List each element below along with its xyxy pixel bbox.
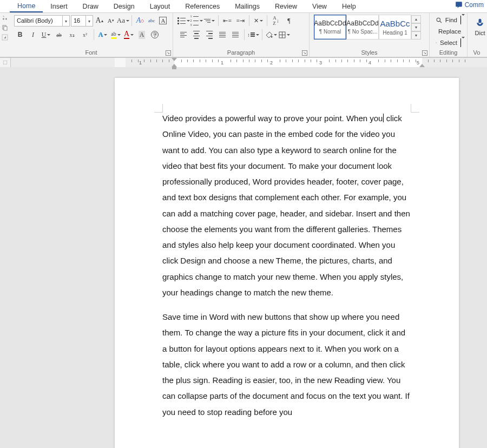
char-shading-button[interactable]: A [136,29,148,41]
style-normal[interactable]: AaBbCcDd ¶ Normal [314,15,346,39]
numbering-icon: 123 [190,15,199,27]
ruler [0,57,487,67]
tab-home[interactable]: Home [10,1,43,12]
find-button[interactable]: Find [434,15,463,25]
ribbon: Calibri (Body) ▾ 16 ▾ A▴ A▾ Aa A◇ abc A [0,13,487,57]
justify-button[interactable] [216,29,228,41]
microphone-icon[interactable] [475,17,485,30]
shrink-font-button[interactable]: A▾ [106,15,116,27]
font-dialog-launcher[interactable]: ↘ [166,50,171,56]
subscript-button[interactable]: x₂ [66,29,78,41]
comments-button[interactable]: Comm [455,1,484,9]
italic-button[interactable]: I [27,29,39,41]
bold-button[interactable]: B [14,29,26,41]
underline-button[interactable]: U [40,29,52,41]
clipboard-strip [0,13,10,57]
tab-mailings[interactable]: Mailings [227,1,267,12]
style-label: Heading 1 [383,30,407,36]
comment-icon [455,1,463,9]
svg-line-8 [440,21,442,23]
tab-view[interactable]: View [305,1,334,12]
group-label-styles: Styles [361,49,378,56]
group-voice: Dict Vo [468,13,486,57]
font-color-button[interactable]: A [123,29,135,41]
group-label-voice: Vo [473,49,481,56]
first-line-indent[interactable] [172,58,177,61]
borders-button[interactable] [278,29,290,41]
font-name-combo[interactable]: Calibri (Body) ▾ [14,15,70,27]
strikethrough-button[interactable]: ab [53,29,65,41]
tab-layout[interactable]: Layout [142,1,178,12]
bullets-icon [177,17,186,24]
margin-corner [154,104,163,113]
font-name-value: Calibri (Body) [15,17,62,24]
copy-icon[interactable] [2,24,8,31]
style-no-spacing[interactable]: AaBbCcDd ¶ No Spac... [346,15,379,39]
tab-references[interactable]: References [177,1,227,12]
enclose-chars-button[interactable]: 字 [149,29,161,41]
align-center-button[interactable] [190,29,202,41]
phonetic-guide-button[interactable]: abc [147,15,157,27]
shading-button[interactable] [265,29,277,41]
chevron-up-icon[interactable]: ▴ [411,15,421,23]
launcher-icon[interactable] [2,34,8,41]
highlight-button[interactable]: ab [110,29,122,41]
tab-design[interactable]: Design [106,1,142,12]
group-label-paragraph: Paragraph [227,49,255,56]
numbering-button[interactable]: 123 [190,15,202,27]
tab-review[interactable]: Review [267,1,305,12]
paragraph-dialog-launcher[interactable]: ↘ [302,50,307,56]
replace-button[interactable]: Replace [434,26,463,37]
paint-bucket-icon [265,31,273,38]
decrease-indent-button[interactable]: ⇤≡ [221,15,233,27]
style-label: ¶ No Spac... [348,29,378,35]
clear-formatting-button[interactable]: A◇ [135,15,145,27]
paragraph[interactable]: Save time in Word with new buttons that … [162,309,411,420]
group-label-editing: Editing [439,49,458,56]
tab-help[interactable]: Help [334,1,364,12]
paragraph[interactable]: Video provides a powerful way to prove y… [162,110,411,300]
align-right-button[interactable] [203,29,215,41]
asian-layout-button[interactable]: ✕ [252,15,264,27]
multilevel-list-button[interactable] [203,15,215,27]
group-editing: Find Replace Select Editing [430,13,468,57]
styles-scroll[interactable]: ▴ ▾ ▾ [411,15,421,39]
chevron-down-icon[interactable]: ▾ [85,16,93,26]
search-icon [436,17,443,24]
align-left-icon [180,31,187,38]
borders-icon [279,31,286,38]
style-label: ¶ Normal [319,29,341,35]
superscript-button[interactable]: x² [79,29,91,41]
increase-indent-button[interactable]: ≡⇥ [234,15,246,27]
sort-button[interactable]: AZ↓ [270,15,282,27]
group-label-font: Font [85,49,97,56]
distributed-button[interactable] [229,29,241,41]
grow-font-button[interactable]: A▴ [94,15,104,27]
chevron-down-icon[interactable]: ▾ [411,23,421,31]
show-marks-button[interactable]: ¶ [283,15,295,27]
character-border-button[interactable]: A [158,15,168,27]
svg-rect-9 [3,61,7,64]
change-case-button[interactable]: Aa [117,15,129,27]
text-effects-button[interactable]: A [97,29,109,41]
tab-draw[interactable]: Draw [75,1,106,12]
margin-corner [411,104,419,113]
styles-dialog-launcher[interactable]: ↘ [422,50,427,56]
tab-insert[interactable]: Insert [43,1,75,12]
select-button[interactable]: Select [434,37,463,48]
line-spacing-button[interactable]: ↕ [247,29,259,41]
chevron-down-icon[interactable]: ▾ [62,16,69,26]
multilevel-icon [204,19,210,23]
bullets-button[interactable] [177,15,189,27]
ruler-launcher[interactable] [0,57,11,67]
styles-more-icon[interactable]: ▾ [411,31,421,39]
page[interactable]: Video provides a powerful way to prove y… [115,78,459,448]
align-left-button[interactable] [177,29,189,41]
ribbon-tabs: Home Insert Draw Design Layout Reference… [0,0,487,13]
style-heading-1[interactable]: AaBbCc Heading 1 [379,15,411,39]
cut-icon[interactable] [2,15,8,21]
group-paragraph: 123 ⇤≡ ≡⇥ ✕ AZ↓ ¶ [173,13,310,57]
document-workspace[interactable]: Video provides a powerful way to prove y… [0,67,487,448]
font-size-combo[interactable]: 16 ▾ [71,15,93,27]
document-body[interactable]: Video provides a powerful way to prove y… [162,110,411,420]
